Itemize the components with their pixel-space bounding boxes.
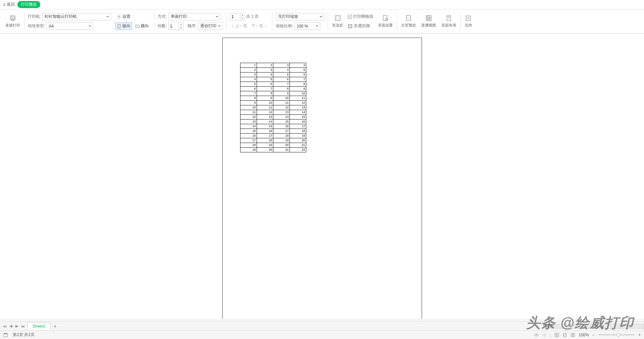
table-row: 1234 xyxy=(240,63,306,68)
table-row: 12131415 xyxy=(240,115,306,119)
table-row: 19202122 xyxy=(240,148,306,152)
page-info-label: 第1页 共1页 xyxy=(13,332,35,338)
scale-select[interactable]: 100 % xyxy=(294,22,320,30)
horizontal-scrollbar[interactable] xyxy=(543,324,644,329)
print-preview-badge: 打印预览 xyxy=(17,1,40,8)
zoom-out-button[interactable]: − xyxy=(592,333,595,337)
gridlines-checkbox[interactable]: ✓ xyxy=(348,15,352,19)
grid-icon xyxy=(425,15,432,21)
svg-rect-4 xyxy=(118,24,120,28)
zoom-value: 100% xyxy=(579,333,589,337)
svg-rect-1 xyxy=(10,17,15,20)
printer-label: 打印机: xyxy=(28,14,41,19)
page-break-icon xyxy=(405,15,412,21)
zoom-in-button[interactable]: + xyxy=(638,333,641,337)
scale-mode-select[interactable]: 无打印缩放 xyxy=(276,13,324,20)
svg-rect-5 xyxy=(136,25,140,27)
page-input[interactable] xyxy=(230,14,240,19)
preview-canvas[interactable]: 1234234534564567567867897891089101191011… xyxy=(0,34,644,319)
zoom-slider[interactable] xyxy=(598,334,635,335)
sheet-prev-button[interactable]: ◀ xyxy=(8,324,13,329)
next-page-button[interactable]: 下一页 xyxy=(250,23,269,29)
prev-page-button[interactable]: 上一页 xyxy=(230,23,249,29)
sheet-tab-active[interactable]: Sheet1 xyxy=(28,322,50,330)
table-row: 2345 xyxy=(240,68,306,72)
page-setup-icon xyxy=(382,15,389,21)
order-select[interactable]: 逐份打印 xyxy=(198,22,223,30)
table-row: 891011 xyxy=(240,96,306,101)
table-row: 17181920 xyxy=(240,138,306,143)
printer-select[interactable]: 钉钉智能云打印机 xyxy=(42,13,111,20)
svg-point-12 xyxy=(385,18,388,20)
svg-rect-20 xyxy=(447,16,451,21)
mode-select[interactable]: 单面打印 xyxy=(168,13,220,20)
sheet-first-button[interactable]: ⏮ xyxy=(2,324,7,329)
chevron-left-icon xyxy=(231,25,234,28)
close-button[interactable]: 关闭 xyxy=(462,11,475,32)
status-indicator-icon[interactable] xyxy=(3,333,8,337)
copies-input[interactable] xyxy=(169,24,179,29)
svg-rect-34 xyxy=(571,333,573,336)
page-break-preview-button[interactable]: 分页预览 xyxy=(398,11,419,32)
paper-label: 纸张类型: xyxy=(28,23,45,29)
page-layout-button[interactable]: 页面布局 xyxy=(439,11,459,32)
close-icon xyxy=(465,15,472,21)
table-row: 4567 xyxy=(240,77,306,82)
svg-rect-24 xyxy=(4,334,8,337)
sheet-last-button[interactable]: ⏭ xyxy=(20,324,25,329)
view-page-icon[interactable] xyxy=(562,333,567,337)
header-footer-button[interactable]: 页眉页脚 xyxy=(354,23,370,29)
table-row: 5678 xyxy=(240,82,306,87)
svg-point-3 xyxy=(119,16,120,17)
eye-icon[interactable] xyxy=(534,333,539,337)
page-spinner[interactable]: ▲▼ xyxy=(230,13,245,20)
table-row: 16171819 xyxy=(240,134,306,138)
table-row: 3456 xyxy=(240,72,306,77)
svg-rect-6 xyxy=(335,16,340,21)
margins-icon xyxy=(334,15,341,21)
landscape-button[interactable]: 横向 xyxy=(133,22,151,30)
svg-rect-2 xyxy=(11,19,14,21)
view-grid-icon[interactable] xyxy=(554,333,559,337)
back-button[interactable]: 返回 xyxy=(3,2,15,7)
table-row: 78910 xyxy=(240,91,306,96)
settings-button[interactable]: 设置 xyxy=(115,13,132,20)
table-row: 10111213 xyxy=(240,105,306,110)
svg-rect-0 xyxy=(11,16,15,17)
normal-view-button[interactable]: 普通视图 xyxy=(419,11,439,32)
chevron-right-icon xyxy=(264,25,267,28)
breadcrumb-bar: 返回 打印预览 xyxy=(0,0,644,9)
header-footer-icon xyxy=(348,24,353,29)
table-row: 11121314 xyxy=(240,110,306,115)
paper-select[interactable]: A4 xyxy=(46,22,93,30)
printer-icon xyxy=(9,15,16,21)
page-total: 共 1 页 xyxy=(246,14,259,19)
svg-rect-8 xyxy=(348,24,352,28)
svg-rect-7 xyxy=(336,17,339,19)
svg-point-28 xyxy=(544,335,545,335)
margins-button[interactable]: 页边距 xyxy=(329,11,346,32)
sheet-tab-bar: ⏮ ◀ ▶ ⏭ Sheet1 + xyxy=(0,322,644,330)
table-row: 9101112 xyxy=(240,101,306,105)
svg-rect-15 xyxy=(426,16,431,21)
table-row: 6789 xyxy=(240,87,306,91)
copies-spinner[interactable]: ▲▼ xyxy=(168,22,183,30)
center-icon[interactable] xyxy=(542,333,547,337)
landscape-icon xyxy=(135,24,140,29)
add-sheet-button[interactable]: + xyxy=(52,323,58,330)
direct-print-button[interactable]: 直接打印 xyxy=(3,11,23,32)
sheet-next-button[interactable]: ▶ xyxy=(14,324,19,329)
page-setup-button[interactable]: 页面设置 xyxy=(375,11,395,32)
order-label: 顺序: xyxy=(187,23,197,29)
table-row: 15161718 xyxy=(240,129,306,134)
view-reader-icon[interactable] xyxy=(571,333,575,337)
preview-page: 1234234534564567567867897891089101191011… xyxy=(222,38,422,319)
svg-point-27 xyxy=(536,334,537,335)
copies-label: 份数: xyxy=(158,23,167,29)
data-table: 1234234534564567567867897891089101191011… xyxy=(240,63,306,152)
layout-icon xyxy=(445,15,452,21)
back-label: 返回 xyxy=(7,2,15,7)
portrait-button[interactable]: 纵向 xyxy=(115,22,132,30)
table-row: 14151617 xyxy=(240,124,306,129)
gear-icon xyxy=(117,14,121,19)
